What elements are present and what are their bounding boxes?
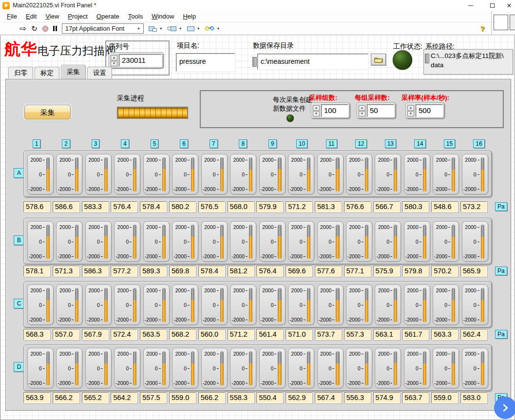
- pressure-gauge: 20000-2000: [404, 348, 430, 388]
- tab-acquire[interactable]: 采集: [61, 65, 86, 79]
- column-label: 10: [296, 139, 307, 148]
- column-label: 6: [180, 139, 188, 148]
- next-page-bubble[interactable]: [494, 397, 515, 419]
- samples-decrement-button[interactable]: ▼: [359, 111, 365, 116]
- pressure-value: 561.4: [256, 329, 283, 340]
- pressure-value: 556.3: [344, 392, 371, 403]
- gauge-fill: [365, 363, 368, 385]
- run-icon[interactable]: ⇨: [19, 24, 26, 33]
- gauge-tube: [191, 157, 194, 191]
- menu-tools[interactable]: Tools: [124, 11, 147, 21]
- pressure-value: 578.4: [140, 201, 167, 212]
- resize-objects-dropdown[interactable]: ▼: [187, 26, 200, 31]
- gauge-tube: [249, 225, 252, 259]
- pressure-gauge: 20000-2000: [375, 348, 401, 388]
- tab-calibrate[interactable]: 标定: [35, 67, 59, 78]
- minimize-button[interactable]: [459, 0, 481, 11]
- value-strip-a: 578.6586.6583.3576.4578.4580.2576.5568.0…: [23, 201, 487, 212]
- value-strip-d: 563.9566.2565.2564.2557.5559.0566.2558.3…: [23, 392, 487, 403]
- panel-icon-box: [494, 15, 508, 30]
- gauge-tube: [307, 351, 310, 385]
- gauge-fill: [336, 363, 339, 385]
- browse-folder-button[interactable]: [371, 54, 386, 65]
- project-input[interactable]: pressure: [176, 53, 235, 72]
- tab-settings[interactable]: 设置: [87, 67, 112, 78]
- gauge-tube: [365, 288, 368, 322]
- samples-control: ▲ ▼ 50: [357, 102, 396, 119]
- gauge-tube: [394, 288, 397, 322]
- maximize-button[interactable]: [481, 0, 503, 11]
- gauge-fill: [191, 300, 194, 322]
- gauge-tube: [278, 157, 281, 191]
- menu-help[interactable]: Help: [179, 11, 200, 21]
- pressure-value: 563.1: [373, 329, 400, 340]
- groups-increment-button[interactable]: ▲: [313, 105, 320, 111]
- menu-window[interactable]: Window: [148, 11, 178, 21]
- gauge-tube: [46, 157, 50, 191]
- column-label: 11: [326, 139, 337, 148]
- menu-project[interactable]: Project: [64, 11, 91, 21]
- vi-icon[interactable]: 1: [510, 15, 515, 30]
- gauge-tube: [336, 225, 339, 259]
- pressure-value: 581.3: [315, 201, 342, 212]
- pressure-gauge: 20000-2000: [201, 154, 228, 194]
- pressure-value: 569.8: [169, 266, 196, 277]
- pressure-gauge: 20000-2000: [56, 154, 82, 194]
- acquire-button[interactable]: 采集: [24, 105, 71, 119]
- gauge-tube: [278, 351, 281, 385]
- gauge-tube: [452, 288, 455, 322]
- rate-increment-button[interactable]: ▲: [407, 105, 414, 111]
- column-label: 2: [62, 139, 70, 148]
- distribute-objects-dropdown[interactable]: ▼: [168, 26, 182, 31]
- value-strip-b: 578.1571.3586.3577.2589.3569.8578.4581.2…: [23, 266, 487, 277]
- gauge-tube: [481, 157, 484, 191]
- pause-icon[interactable]: [53, 26, 57, 31]
- samples-input[interactable]: 50: [367, 104, 394, 117]
- align-objects-dropdown[interactable]: ▼: [149, 26, 163, 32]
- gauge-fill: [249, 170, 252, 191]
- gauge-fill: [394, 300, 397, 322]
- groups-input[interactable]: 100: [321, 104, 348, 117]
- pressure-gauge: 20000-2000: [404, 221, 430, 262]
- pressure-gauge: 20000-2000: [288, 221, 314, 262]
- pressure-gauge: 20000-2000: [27, 221, 54, 262]
- pressure-value: 563.9: [23, 392, 50, 403]
- datadir-path-input[interactable]: c:\measurement: [257, 54, 368, 70]
- pressure-gauge: 20000-2000: [172, 221, 198, 262]
- serial-increment-button[interactable]: ▲: [111, 55, 117, 60]
- row-label-d: D: [14, 362, 24, 372]
- gauge-tube: [394, 225, 397, 259]
- pressure-value: 571.2: [286, 201, 312, 212]
- rate-input[interactable]: 500: [416, 104, 443, 117]
- gauge-tube: [365, 157, 368, 191]
- close-button[interactable]: ✕: [503, 0, 515, 11]
- pressure-gauge: 20000-2000: [375, 221, 401, 262]
- rate-label: 采样率(样本/秒):: [401, 94, 449, 102]
- pressure-value: 571.0: [286, 329, 312, 340]
- abort-icon[interactable]: [42, 26, 48, 32]
- rate-decrement-button[interactable]: ▼: [407, 111, 414, 116]
- menu-edit[interactable]: Edit: [22, 11, 40, 21]
- pressure-gauge: 20000-2000: [230, 154, 256, 194]
- menu-operate[interactable]: Operate: [93, 11, 123, 21]
- serial-input[interactable]: 230011: [119, 54, 162, 67]
- value-strip-c: 568.3557.0567.9572.4563.5568.2560.0571.2…: [23, 329, 487, 340]
- run-continuous-icon[interactable]: ↻: [31, 25, 38, 32]
- syspath-display[interactable]: C:\...023多点标定11院新\ data: [423, 49, 513, 75]
- gauge-fill: [336, 169, 339, 191]
- gauge-tube: [278, 288, 281, 322]
- samples-increment-button[interactable]: ▲: [359, 105, 365, 111]
- context-help-icon[interactable]: ?: [480, 24, 485, 33]
- menu-view[interactable]: View: [41, 11, 63, 21]
- groups-decrement-button[interactable]: ▼: [313, 111, 320, 116]
- column-label: 1: [33, 139, 41, 148]
- gauge-fill: [423, 236, 426, 258]
- reorder-dropdown[interactable]: ⟳⟲▼: [205, 25, 220, 32]
- menu-file[interactable]: File: [3, 11, 21, 21]
- tab-zero[interactable]: 归零: [8, 67, 33, 78]
- pressure-value: 567.9: [82, 329, 109, 340]
- font-selector[interactable]: 17pt Application Font ▼: [62, 23, 144, 34]
- column-label: 5: [151, 139, 159, 148]
- pressure-gauge: 20000-2000: [259, 221, 286, 262]
- gauge-fill: [104, 363, 108, 385]
